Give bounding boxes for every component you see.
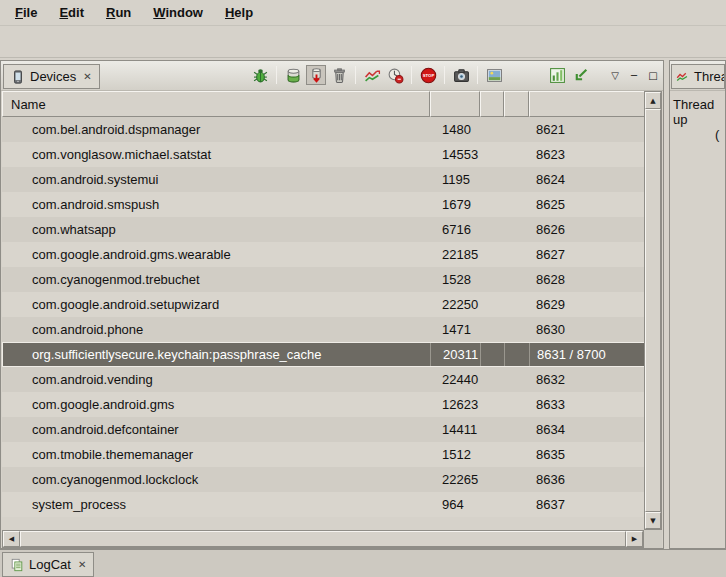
table-row[interactable]: system_process 964 8637	[2, 492, 646, 517]
close-icon[interactable]: ✕	[83, 71, 91, 82]
process-name: com.android.vending	[2, 372, 430, 387]
minimize-icon[interactable]: ─	[626, 66, 642, 84]
table-row[interactable]: com.android.smspush 1679 8625	[2, 192, 646, 217]
process-pid: 1679	[430, 197, 480, 212]
scroll-right-button[interactable]: ▶	[626, 531, 643, 547]
debug-port: 8634	[529, 422, 646, 437]
tab-devices-label: Devices	[30, 69, 76, 84]
menu-run[interactable]: Run	[95, 2, 142, 23]
column-header-name[interactable]: Name	[2, 91, 430, 117]
process-name: com.android.phone	[2, 322, 430, 337]
cause-gc-icon[interactable]	[329, 65, 349, 85]
process-pid: 1512	[430, 447, 480, 462]
toolbar-separator	[355, 66, 356, 84]
update-heap-icon[interactable]	[283, 65, 303, 85]
toolbar-separator	[444, 66, 445, 84]
toolbar-separator	[276, 66, 277, 84]
logcat-tabbar: LogCat ✕	[0, 549, 726, 577]
process-pid: 14553	[430, 147, 480, 162]
device-phone-icon	[11, 70, 25, 84]
sysinfo-chart-icon[interactable]	[547, 65, 567, 85]
column-header-name-label: Name	[11, 97, 46, 112]
tab-devices[interactable]: Devices ✕	[3, 64, 100, 89]
toolbar-separator	[477, 66, 478, 84]
process-pid: 14411	[430, 422, 480, 437]
table-row[interactable]: com.google.android.gms 12623 8633	[2, 392, 646, 417]
view-capture-icon[interactable]	[484, 65, 504, 85]
process-name: com.whatsapp	[2, 222, 430, 237]
table-row[interactable]: com.android.defcontainer 14411 8634	[2, 417, 646, 442]
devices-tabbar: Devices ✕	[1, 61, 663, 91]
screen-capture-icon[interactable]	[451, 65, 471, 85]
tab-logcat[interactable]: LogCat ✕	[2, 552, 94, 577]
update-threads-icon[interactable]	[362, 65, 382, 85]
table-row[interactable]: com.tmobile.thememanager 1512 8635	[2, 442, 646, 467]
process-name: com.vonglasow.michael.satstat	[2, 147, 430, 162]
stop-process-icon[interactable]: STOP	[418, 65, 438, 85]
process-name: com.google.android.gms	[2, 397, 430, 412]
column-header-blank-1[interactable]	[480, 91, 504, 117]
table-row[interactable]: com.cyanogenmod.lockclock 22265 8636	[2, 467, 646, 492]
process-name: com.cyanogenmod.trebuchet	[2, 272, 430, 287]
devices-toolbar: STOP ▽ ─ □	[250, 65, 661, 85]
debug-port: 8632	[529, 372, 646, 387]
menu-help[interactable]: Help	[214, 2, 264, 23]
process-pid: 964	[430, 497, 480, 512]
tab-threads-label: Threads	[694, 69, 725, 84]
logcat-icon	[10, 558, 24, 572]
table-row[interactable]: com.vonglasow.michael.satstat 14553 8623	[2, 142, 646, 167]
close-icon[interactable]: ✕	[78, 559, 86, 570]
column-header-pid[interactable]	[430, 91, 480, 117]
scrollbar-corner	[644, 530, 662, 548]
process-name: com.android.systemui	[2, 172, 430, 187]
menu-window[interactable]: Window	[142, 2, 214, 23]
view-menu-icon[interactable]: ▽	[607, 66, 623, 84]
scroll-up-button[interactable]: ▲	[645, 92, 661, 109]
table-row[interactable]: org.sufficientlysecure.keychain:passphra…	[2, 342, 646, 367]
table-header: Name	[2, 91, 646, 117]
horizontal-scrollbar[interactable]: ◀ ▶	[2, 530, 644, 548]
debug-port: 8621	[529, 122, 646, 137]
debug-icon[interactable]	[250, 65, 270, 85]
table-row[interactable]: com.android.phone 1471 8630	[2, 317, 646, 342]
table-row[interactable]: com.android.vending 22440 8632	[2, 367, 646, 392]
threads-message-line1: Thread up	[673, 97, 725, 127]
threads-view: Threads ✕ Thread up (	[669, 60, 726, 549]
threads-message: Thread up (	[670, 91, 725, 142]
maximize-icon[interactable]: □	[645, 66, 661, 84]
process-pid: 22250	[430, 297, 480, 312]
debug-port: 8624	[529, 172, 646, 187]
vertical-scrollbar[interactable]: ▲ ▼	[644, 91, 662, 530]
table-row[interactable]: com.google.android.gms.wearable 22185 86…	[2, 242, 646, 267]
table-row[interactable]: com.android.systemui 1195 8624	[2, 167, 646, 192]
debug-port: 8629	[529, 297, 646, 312]
column-header-port[interactable]	[529, 91, 646, 117]
horizontal-scrollbar-thumb[interactable]	[20, 531, 626, 547]
process-name: com.tmobile.thememanager	[2, 447, 430, 462]
devices-view: Devices ✕	[0, 60, 664, 549]
debug-port: 8625	[529, 197, 646, 212]
sysinfo-capture-icon[interactable]	[570, 65, 590, 85]
scroll-left-button[interactable]: ◀	[3, 531, 20, 547]
column-header-blank-2[interactable]	[504, 91, 529, 117]
vertical-scrollbar-thumb[interactable]	[645, 109, 661, 512]
process-name: com.bel.android.dspmanager	[2, 122, 430, 137]
dump-hprof-icon[interactable]	[306, 65, 326, 85]
process-pid: 1195	[430, 172, 480, 187]
debug-port: 8631 / 8700	[529, 342, 646, 367]
table-row[interactable]: com.cyanogenmod.trebuchet 1528 8628	[2, 267, 646, 292]
process-name: com.google.android.gms.wearable	[2, 247, 430, 262]
method-profiling-icon[interactable]	[385, 65, 405, 85]
process-pid: 1471	[430, 322, 480, 337]
menu-edit[interactable]: Edit	[48, 2, 95, 23]
tab-threads[interactable]: Threads ✕	[671, 64, 725, 89]
process-name: com.cyanogenmod.lockclock	[2, 472, 430, 487]
scroll-down-button[interactable]: ▼	[645, 512, 661, 529]
process-pid: 20311	[430, 342, 480, 367]
menu-file[interactable]: File	[4, 2, 48, 23]
table-row[interactable]: com.bel.android.dspmanager 1480 8621	[2, 117, 646, 142]
table-row[interactable]: com.whatsapp 6716 8626	[2, 217, 646, 242]
threads-message-line2: (	[715, 127, 725, 142]
table-row[interactable]: com.google.android.setupwizard 22250 862…	[2, 292, 646, 317]
debug-port: 8623	[529, 147, 646, 162]
